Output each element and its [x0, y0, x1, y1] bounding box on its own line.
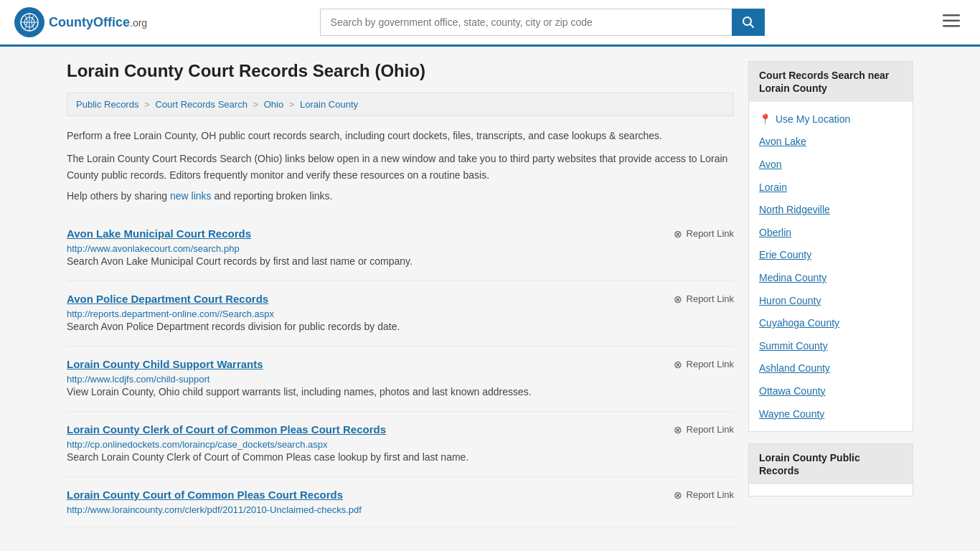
record-desc: Search Avon Lake Municipal Court records…	[67, 254, 734, 269]
record-url[interactable]: http://www.lcdjfs.com/child-support	[67, 374, 209, 385]
breadcrumb: Public Records > Court Records Search > …	[67, 93, 734, 116]
report-link-label: Report Link	[687, 489, 734, 500]
record-header: Avon Police Department Court Records ⊗ R…	[67, 293, 734, 305]
search-button[interactable]	[732, 9, 765, 36]
report-link[interactable]: ⊗ Report Link	[674, 228, 734, 240]
record-header: Lorain County Child Support Warrants ⊗ R…	[67, 358, 734, 370]
record-title[interactable]: Lorain County Clerk of Court of Common P…	[67, 423, 386, 435]
logo-area[interactable]: CountyOffice.org	[14, 7, 147, 37]
svg-rect-8	[943, 25, 960, 27]
report-link-label: Report Link	[687, 424, 734, 435]
use-my-location[interactable]: 📍 Use My Location	[749, 108, 913, 131]
sidebar-city-link[interactable]: Lorain	[749, 176, 913, 199]
sidebar-city-link[interactable]: North Ridgeville	[749, 199, 913, 222]
public-records-title: Lorain County Public Records	[749, 444, 913, 484]
report-link[interactable]: ⊗ Report Link	[674, 489, 734, 501]
svg-rect-6	[943, 14, 960, 17]
record-title[interactable]: Avon Police Department Court Records	[67, 293, 268, 305]
county-links: Erie CountyMedina CountyHuron CountyCuya…	[749, 244, 913, 425]
record-item: Lorain County Child Support Warrants ⊗ R…	[67, 347, 734, 412]
svg-rect-7	[943, 20, 960, 22]
record-header: Lorain County Clerk of Court of Common P…	[67, 423, 734, 435]
record-title[interactable]: Lorain County Court of Common Pleas Cour…	[67, 489, 343, 501]
record-header: Avon Lake Municipal Court Records ⊗ Repo…	[67, 227, 734, 240]
sidebar-county-link[interactable]: Ottawa County	[749, 380, 913, 403]
help-text: Help others by sharing new links and rep…	[67, 190, 734, 202]
new-links[interactable]: new links	[170, 190, 212, 202]
sidebar-county-link[interactable]: Ashland County	[749, 357, 913, 380]
sidebar: Court Records Search near Lorain County …	[748, 61, 913, 527]
menu-button[interactable]	[937, 10, 966, 34]
public-records-box: Lorain County Public Records	[748, 443, 913, 496]
report-link-label: Report Link	[687, 293, 734, 304]
record-header: Lorain County Court of Common Pleas Cour…	[67, 489, 734, 501]
logo-icon	[14, 7, 44, 37]
breadcrumb-court-records[interactable]: Court Records Search	[155, 99, 248, 110]
sidebar-county-link[interactable]: Summit County	[749, 335, 913, 358]
report-link-label: Report Link	[687, 228, 734, 239]
main-container: Lorain County Court Records Search (Ohio…	[52, 61, 928, 527]
records-list: Avon Lake Municipal Court Records ⊗ Repo…	[67, 216, 734, 527]
report-link[interactable]: ⊗ Report Link	[674, 359, 734, 370]
record-desc: Search Avon Police Department records di…	[67, 319, 734, 334]
record-desc: Search Lorain County Clerk of Court of C…	[67, 450, 734, 465]
record-desc: View Lorain County, Ohio child support w…	[67, 385, 734, 400]
report-icon: ⊗	[674, 489, 682, 501]
nearby-box: Court Records Search near Lorain County …	[748, 61, 913, 432]
record-item: Avon Police Department Court Records ⊗ R…	[67, 281, 734, 347]
sidebar-city-link[interactable]: Avon	[749, 154, 913, 176]
sidebar-county-link[interactable]: Cuyahoga County	[749, 312, 913, 335]
record-title[interactable]: Lorain County Child Support Warrants	[67, 358, 263, 370]
description-2: The Lorain County Court Records Search (…	[67, 151, 734, 183]
sidebar-county-link[interactable]: Erie County	[749, 244, 913, 267]
sidebar-city-link[interactable]: Oberlin	[749, 222, 913, 245]
public-records-content	[749, 484, 913, 496]
record-title[interactable]: Avon Lake Municipal Court Records	[67, 227, 251, 240]
svg-line-5	[750, 24, 753, 28]
report-icon: ⊗	[674, 228, 682, 240]
report-icon: ⊗	[674, 293, 682, 305]
record-item: Avon Lake Municipal Court Records ⊗ Repo…	[67, 216, 734, 281]
nearby-content: 📍 Use My Location Avon LakeAvonLorainNor…	[749, 102, 913, 431]
report-link[interactable]: ⊗ Report Link	[674, 424, 734, 435]
record-item: Lorain County Court of Common Pleas Cour…	[67, 477, 734, 527]
search-area	[320, 9, 765, 36]
record-item: Lorain County Clerk of Court of Common P…	[67, 412, 734, 477]
page-title: Lorain County Court Records Search (Ohio…	[67, 61, 734, 81]
city-links: Avon LakeAvonLorainNorth RidgevilleOberl…	[749, 131, 913, 244]
record-url[interactable]: http://www.avonlakecourt.com/search.php	[67, 243, 240, 254]
report-link[interactable]: ⊗ Report Link	[674, 293, 734, 305]
location-icon: 📍	[759, 113, 771, 125]
description-1: Perform a free Lorain County, OH public …	[67, 128, 734, 143]
header: CountyOffice.org	[0, 0, 980, 47]
breadcrumb-lorain-county[interactable]: Lorain County	[300, 99, 358, 110]
sidebar-county-link[interactable]: Wayne County	[749, 403, 913, 426]
content-area: Lorain County Court Records Search (Ohio…	[67, 61, 734, 527]
record-url[interactable]: http://cp.onlinedockets.com/loraincp/cas…	[67, 439, 327, 450]
report-link-label: Report Link	[687, 359, 734, 369]
breadcrumb-public-records[interactable]: Public Records	[76, 99, 138, 110]
record-url[interactable]: http://www.loraincounty.com/clerk/pdf/20…	[67, 504, 362, 515]
sidebar-city-link[interactable]: Avon Lake	[749, 131, 913, 154]
nearby-title: Court Records Search near Lorain County	[749, 62, 913, 102]
search-input[interactable]	[320, 9, 732, 36]
sidebar-county-link[interactable]: Medina County	[749, 267, 913, 290]
report-icon: ⊗	[674, 359, 682, 370]
use-my-location-label: Use My Location	[776, 113, 850, 125]
sidebar-county-link[interactable]: Huron County	[749, 290, 913, 313]
record-url[interactable]: http://reports.department-online.com//Se…	[67, 309, 274, 319]
report-icon: ⊗	[674, 424, 682, 435]
breadcrumb-ohio[interactable]: Ohio	[264, 99, 283, 110]
logo-text: CountyOffice.org	[49, 15, 147, 30]
